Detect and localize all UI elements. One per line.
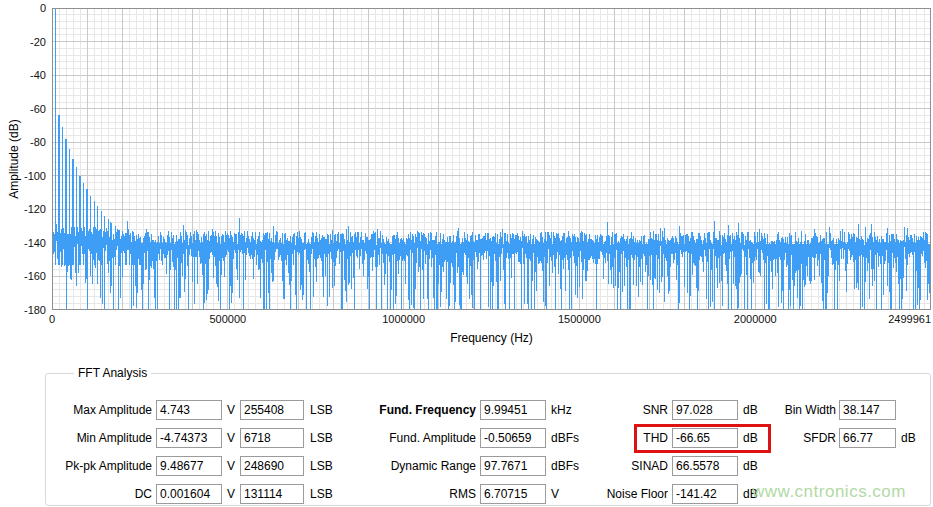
- sinad-unit: dB: [743, 459, 758, 473]
- rms-label: RMS: [449, 487, 476, 501]
- dynamic-range-unit: dBFs: [551, 459, 579, 473]
- pkpk-amplitude-v-unit: V: [227, 459, 235, 473]
- fft-analyzer-screen: Amplitude (dB) 0-20-40-60-80-100-120-140…: [0, 0, 933, 507]
- fund-frequency-field[interactable]: 9.99451: [480, 400, 546, 420]
- bin-width-label: Bin Width: [785, 403, 836, 417]
- sinad-label: SINAD: [631, 459, 668, 473]
- min-amplitude-v-field[interactable]: -4.74373: [156, 428, 222, 448]
- dynamic-range-label: Dynamic Range: [391, 459, 476, 473]
- pkpk-amplitude-v-field[interactable]: 9.48677: [156, 456, 222, 476]
- thd-field[interactable]: -66.65: [672, 428, 738, 448]
- bin-width-field[interactable]: 38.147: [839, 400, 896, 420]
- pkpk-amplitude-label: Pk-pk Amplitude: [65, 459, 152, 473]
- max-amplitude-v-field[interactable]: 4.743: [156, 400, 222, 420]
- sfdr-field[interactable]: 66.77: [839, 428, 896, 448]
- dc-v-field[interactable]: 0.001604: [156, 484, 222, 504]
- fund-amplitude-field[interactable]: -0.50659: [480, 428, 546, 448]
- dynamic-range-field[interactable]: 97.7671: [480, 456, 546, 476]
- thd-unit: dB: [743, 431, 758, 445]
- dc-lsb-unit: LSB: [310, 487, 333, 501]
- max-amplitude-lsb-unit: LSB: [310, 403, 333, 417]
- pkpk-amplitude-lsb-unit: LSB: [310, 459, 333, 473]
- min-amplitude-label: Min Amplitude: [77, 431, 152, 445]
- max-amplitude-v-unit: V: [227, 403, 235, 417]
- fund-amplitude-unit: dBFs: [551, 431, 579, 445]
- sfdr-unit: dB: [901, 431, 916, 445]
- fund-frequency-label: Fund. Frequency: [379, 403, 476, 417]
- pkpk-amplitude-lsb-field[interactable]: 248690: [240, 456, 304, 476]
- fft-spectrum-plot: [52, 8, 931, 310]
- dc-v-unit: V: [227, 487, 235, 501]
- dc-lsb-field[interactable]: 131114: [240, 484, 304, 504]
- rms-unit: V: [551, 487, 559, 501]
- noise-floor-label: Noise Floor: [607, 487, 668, 501]
- snr-field[interactable]: 97.028: [672, 400, 738, 420]
- rms-field[interactable]: 6.70715: [480, 484, 546, 504]
- dc-label: DC: [135, 487, 152, 501]
- sinad-field[interactable]: 66.5578: [672, 456, 738, 476]
- min-amplitude-lsb-field[interactable]: 6718: [240, 428, 304, 448]
- y-axis-title: Amplitude (dB): [7, 8, 21, 310]
- watermark: www.cntronics.com: [752, 482, 906, 502]
- x-axis-title: Frequency (Hz): [52, 331, 931, 345]
- min-amplitude-lsb-unit: LSB: [310, 431, 333, 445]
- snr-unit: dB: [743, 403, 758, 417]
- thd-label: THD: [643, 431, 668, 445]
- fund-frequency-unit: kHz: [551, 403, 572, 417]
- groupbox-title: FFT Analysis: [74, 366, 151, 380]
- max-amplitude-label: Max Amplitude: [73, 403, 152, 417]
- noise-floor-field[interactable]: -141.42: [672, 484, 738, 504]
- max-amplitude-lsb-field[interactable]: 255408: [240, 400, 304, 420]
- sfdr-label: SFDR: [803, 431, 836, 445]
- fund-amplitude-label: Fund. Amplitude: [389, 431, 476, 445]
- min-amplitude-v-unit: V: [227, 431, 235, 445]
- snr-label: SNR: [643, 403, 668, 417]
